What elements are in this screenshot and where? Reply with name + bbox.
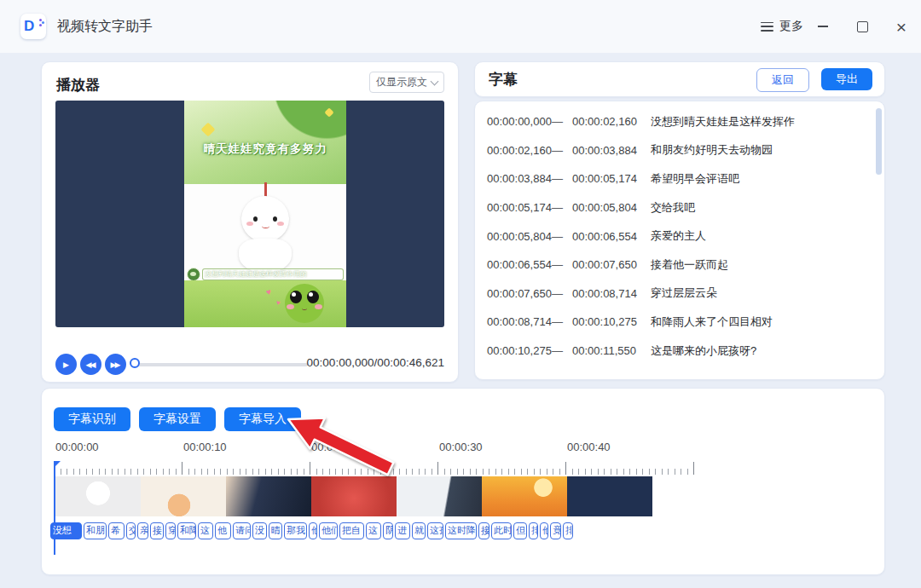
ruler-tick <box>246 469 246 475</box>
close-button[interactable]: × <box>882 0 921 53</box>
subtitle-segment[interactable]: 这孩 <box>427 522 443 539</box>
subtitle-segment[interactable]: 但 <box>513 522 527 539</box>
subtitle-segment[interactable]: 接 <box>150 522 164 539</box>
subtitle-segment[interactable]: 和降 <box>177 522 196 539</box>
video-caption-bar: 没想到晴天娃娃是这样发挥作用的 <box>187 268 344 280</box>
subtitle-segment[interactable]: 请问 <box>233 522 251 539</box>
ruler-tick <box>444 469 445 475</box>
subtitle-segment[interactable]: 此时 <box>491 522 512 539</box>
fast-forward-button[interactable]: ▶▶ <box>105 354 126 375</box>
ruler-tick <box>489 469 489 475</box>
time-separator: — <box>552 144 572 157</box>
subtitle-segment[interactable]: 他 <box>540 522 548 539</box>
subtitle-settings-button[interactable]: 字幕设置 <box>139 407 216 431</box>
time-separator: — <box>552 230 572 243</box>
maximize-icon <box>857 21 868 32</box>
player-panel: 播放器 仅显示原文 晴天娃娃究竟有多努力 没想到晴天娃娃是这样发挥作用的 <box>41 61 459 383</box>
subtitle-row[interactable]: 00:00:05,174—00:00:05,804交给我吧 <box>475 193 876 222</box>
subtitle-text: 和朋友约好明天去动物园 <box>651 142 773 158</box>
time-separator: — <box>552 287 572 300</box>
subtitle-segment[interactable]: 把自 <box>339 522 364 539</box>
more-menu-button[interactable]: 更多 <box>761 19 803 34</box>
ruler-tick <box>291 469 292 475</box>
app-title: 视频转文字助手 <box>57 18 153 36</box>
subtitle-row[interactable]: 00:00:08,714—00:00:10,275和降雨人来了个四目相对 <box>475 308 876 337</box>
hamburger-icon <box>761 22 773 32</box>
subtitle-segment[interactable]: 没想 <box>50 522 82 539</box>
ruler-tick <box>598 469 599 475</box>
subtitle-start-time: 00:00:10,275 <box>487 344 552 357</box>
subtitle-import-button[interactable]: 字幕导入 <box>224 407 301 431</box>
ruler-tick <box>450 469 451 475</box>
subtitle-end-time: 00:00:07,650 <box>572 258 646 271</box>
timeline-ruler[interactable] <box>54 460 702 475</box>
ruler-tick <box>495 469 496 475</box>
ruler-tick <box>374 469 374 475</box>
ruler-tick <box>137 469 138 475</box>
subtitle-row[interactable]: 00:00:00,000—00:00:02,160没想到晴天娃娃是这样发挥作 <box>475 107 876 136</box>
subtitle-segment[interactable]: 希 <box>108 522 125 539</box>
thumbnail-dark-frame[interactable] <box>567 476 652 516</box>
subtitle-segment[interactable]: 排 <box>563 522 573 539</box>
subtitle-segment[interactable]: 这 <box>366 522 381 539</box>
subtitle-segment[interactable]: 排 <box>529 522 538 539</box>
fast-forward-icon: ▶▶ <box>111 360 119 369</box>
ruler-tick <box>406 469 407 475</box>
subtitle-end-time: 00:00:05,804 <box>572 201 646 214</box>
ruler-tick <box>463 469 464 475</box>
subtitle-segment[interactable]: 亲 <box>137 522 148 539</box>
subtitle-text: 交给我吧 <box>651 200 695 216</box>
subtitle-segment[interactable]: 没 <box>252 522 267 539</box>
subtitle-segment[interactable]: 接 <box>478 522 489 539</box>
ruler-tick <box>252 469 253 475</box>
ruler-tick <box>130 469 131 475</box>
view-mode-dropdown[interactable]: 仅显示原文 <box>369 72 444 93</box>
subtitle-text: 亲爱的主人 <box>651 228 706 244</box>
ruler-tick <box>393 469 394 475</box>
subtitle-segment[interactable]: 那我 <box>284 522 307 539</box>
ruler-tick <box>233 469 234 475</box>
thumbnail-orange-hair-character[interactable] <box>141 476 226 516</box>
subtitle-segment[interactable]: 他 <box>309 522 317 539</box>
scrollbar-thumb[interactable] <box>876 108 882 175</box>
thumbnail-red-bow[interactable] <box>311 476 397 516</box>
subtitle-row[interactable]: 00:00:07,650—00:00:08,714穿过层层云朵 <box>475 280 876 308</box>
subtitle-segment[interactable]: 阴 <box>383 522 393 539</box>
subtitle-row[interactable]: 00:00:06,554—00:00:07,650接着他一跃而起 <box>475 251 876 280</box>
minimize-button[interactable] <box>803 0 843 53</box>
ruler-tick <box>304 469 304 475</box>
subtitle-row[interactable]: 00:00:03,884—00:00:05,174希望明早会评语吧 <box>475 164 876 193</box>
export-button[interactable]: 导出 <box>821 68 872 90</box>
thumbnail-snow-scene[interactable] <box>397 476 482 516</box>
subtitle-row[interactable]: 00:00:05,804—00:00:06,554亲爱的主人 <box>475 222 876 251</box>
thumbnail-night-scene[interactable] <box>226 476 311 516</box>
ruler-tick <box>79 469 80 475</box>
subtitle-segment[interactable]: 穿 <box>165 522 176 539</box>
play-button[interactable]: ▶ <box>55 354 77 375</box>
subtitle-segment[interactable]: 竟 <box>550 522 561 539</box>
subtitle-segment[interactable]: 这 <box>198 522 213 539</box>
ruler-tick <box>432 469 432 475</box>
thumbnail-teru-teru-doll[interactable] <box>55 476 141 516</box>
view-mode-value: 仅显示原文 <box>376 75 427 89</box>
subtitle-segment[interactable]: 进 <box>395 522 410 539</box>
subtitle-row[interactable]: 00:00:10,275—00:00:11,550这是哪来的小屁孩呀? <box>475 337 876 366</box>
subtitle-segment[interactable]: 交 <box>126 522 136 539</box>
subtitle-segment[interactable]: 和朋 <box>84 522 107 539</box>
thumbnail-sunset-scene[interactable] <box>482 476 567 516</box>
maximize-button[interactable] <box>843 0 882 53</box>
subtitle-row[interactable]: 00:00:02,160—00:00:03,884和朋友约好明天去动物园 <box>475 136 876 165</box>
progress-slider-track[interactable] <box>136 363 308 366</box>
subtitle-segment[interactable]: 晴 <box>269 522 282 539</box>
ruler-tick <box>547 469 547 475</box>
subtitle-segment[interactable]: 他 <box>215 522 231 539</box>
subtitle-segment[interactable]: 他们 <box>319 522 338 539</box>
progress-slider-knob[interactable] <box>130 358 140 368</box>
video-preview[interactable]: 晴天娃娃究竟有多努力 没想到晴天娃娃是这样发挥作用的 ♥ ♥ <box>55 101 444 327</box>
subtitle-segment[interactable]: 这时降 <box>445 522 477 539</box>
subtitle-segment[interactable]: 就 <box>412 522 426 539</box>
subtitle-recognize-button[interactable]: 字幕识别 <box>54 407 130 431</box>
back-button[interactable]: 返回 <box>756 68 809 92</box>
rewind-button[interactable]: ◀◀ <box>80 354 101 375</box>
ruler-tick <box>348 469 349 475</box>
